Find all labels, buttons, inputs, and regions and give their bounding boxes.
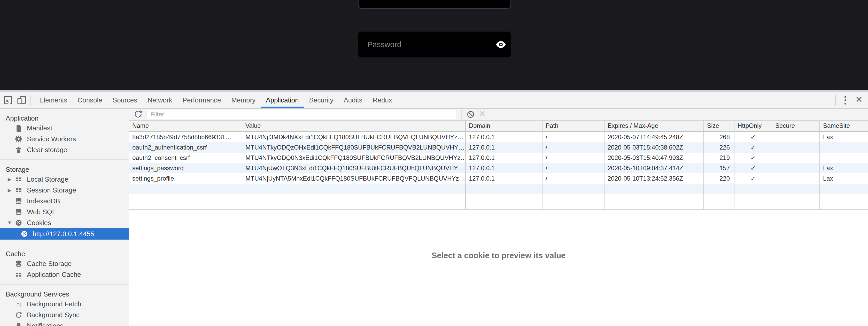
column-header-path[interactable]: Path (542, 120, 604, 131)
column-header-samesite[interactable]: SameSite (820, 120, 868, 131)
cookie-path: / (542, 163, 604, 173)
kebab-menu-icon[interactable] (839, 96, 852, 105)
table-icon (14, 271, 23, 278)
section-title: Background Services (0, 288, 129, 299)
disclosure-expanded-icon[interactable]: ▼ (5, 220, 14, 226)
sidebar-item-service-workers[interactable]: Service Workers (0, 134, 129, 144)
block-icon (467, 110, 475, 118)
sidebar-item-cache-storage[interactable]: Cache Storage (0, 258, 129, 269)
sidebar-section-application: Application Manifest (0, 109, 129, 160)
filter-input[interactable] (147, 110, 456, 119)
table-empty-area (129, 194, 868, 210)
sidebar-item-label: http://127.0.0.1:4455 (33, 230, 94, 238)
sidebar-item-label: Background Sync (27, 311, 80, 319)
tab-memory[interactable]: Memory (226, 92, 261, 108)
cookie-name: oauth2_authentication_csrf (129, 142, 242, 153)
toolbar-divider (461, 110, 462, 119)
show-password-button[interactable] (491, 40, 511, 48)
device-toolbar-button[interactable] (16, 94, 28, 106)
section-title: Cache (0, 248, 129, 258)
cookie-path: / (542, 173, 604, 184)
sidebar-item-manifest[interactable]: Manifest (0, 123, 129, 134)
bell-icon (14, 322, 23, 326)
sidebar-section-storage: Storage ▶ Local Storage ▶ (0, 160, 129, 244)
cookie-httponly: ✓ (735, 163, 772, 173)
cookie-value: MTU4NjUyNTA5MnxEdi1CQkFFQ180SUFBUkFCRUFB… (242, 173, 466, 184)
clear-all-cookies-button[interactable] (467, 110, 475, 118)
cookie-row[interactable]: oauth2_consent_csrf MTU4NTkyODQ0N3xEdi1C… (129, 153, 868, 163)
sidebar-item-cookie-origin-selected[interactable]: http://127.0.0.1:4455 (0, 228, 129, 240)
sidebar-item-label: Cache Storage (27, 260, 71, 268)
disclosure-collapsed-icon[interactable]: ▶ (5, 187, 14, 193)
tab-redux[interactable]: Redux (368, 92, 397, 108)
username-field-partial[interactable] (358, 0, 511, 9)
column-header-secure[interactable]: Secure (772, 120, 820, 131)
password-input[interactable] (358, 40, 491, 49)
refresh-button[interactable] (134, 110, 143, 119)
sidebar-item-local-storage[interactable]: ▶ Local Storage (0, 174, 129, 185)
cookie-table-header: Name Value Domain Path Expires / Max-Age… (129, 120, 868, 132)
password-field[interactable] (358, 32, 511, 57)
column-header-size[interactable]: Size (704, 120, 735, 131)
cookie-value: MTU4NTkyODQ0N3xEdi1CQkFFQ180SUFBUkFCRUFB… (242, 153, 466, 163)
column-header-domain[interactable]: Domain (466, 120, 542, 131)
database-icon (14, 197, 23, 205)
cookie-path: / (542, 153, 604, 163)
tab-audits[interactable]: Audits (338, 92, 367, 108)
tab-application[interactable]: Application (261, 92, 304, 108)
cookie-secure (772, 163, 820, 173)
cookie-expires: 2020-05-03T15:40:47.903Z (604, 153, 704, 163)
cookie-samesite: Lax (820, 163, 868, 173)
sidebar-item-background-sync[interactable]: Background Sync (0, 309, 129, 320)
column-header-expires[interactable]: Expires / Max-Age (604, 120, 704, 131)
cookie-samesite (820, 153, 868, 163)
sidebar-item-background-fetch[interactable]: ↑↓ Background Fetch (0, 299, 129, 309)
cookie-size: 220 (704, 173, 735, 184)
sidebar-section-cache: Cache Cache Storage (0, 244, 129, 284)
close-icon[interactable]: × (852, 94, 868, 107)
cookie-row-empty[interactable] (129, 184, 868, 194)
cookie-size: 219 (704, 153, 735, 163)
cookie-row[interactable]: settings_password MTU4NjUwOTQ3N3xEdi1CQk… (129, 163, 868, 173)
tab-elements[interactable]: Elements (34, 92, 72, 108)
sidebar-item-label: Web SQL (27, 208, 56, 216)
fetch-arrows-icon: ↑↓ (14, 300, 23, 308)
cookie-expires: 2020-05-03T15:40:38.602Z (604, 142, 704, 153)
refresh-icon (134, 110, 143, 119)
table-icon (14, 176, 23, 183)
tab-performance[interactable]: Performance (178, 92, 226, 108)
devtools-panel: Elements Console Sources Network Perform… (0, 90, 868, 326)
sidebar-item-cookies[interactable]: ▼ Cookies (0, 217, 129, 228)
column-header-name[interactable]: Name (129, 120, 242, 131)
cookie-row[interactable]: 8a3d27185b49d7758d8bb669331… MTU4NjI3MDk… (129, 132, 868, 142)
inspect-element-button[interactable] (2, 94, 14, 106)
cookie-row[interactable]: oauth2_authentication_csrf MTU4NTkyODQzO… (129, 142, 868, 153)
sidebar-item-session-storage[interactable]: ▶ Session Storage (0, 185, 129, 196)
tab-network[interactable]: Network (142, 92, 177, 108)
cookie-preview-pane: Select a cookie to preview its value (129, 210, 868, 326)
disclosure-collapsed-icon[interactable]: ▶ (5, 176, 14, 182)
tab-console[interactable]: Console (72, 92, 107, 108)
clear-x-icon[interactable]: × (477, 108, 487, 120)
section-title: Storage (0, 164, 129, 174)
tab-security[interactable]: Security (304, 92, 339, 108)
sidebar-item-indexeddb[interactable]: IndexedDB (0, 196, 129, 207)
cookie-httponly: ✓ (735, 153, 772, 163)
column-header-value[interactable]: Value (242, 120, 466, 131)
cookie-row[interactable]: settings_profile MTU4NjUyNTA5MnxEdi1CQkF… (129, 173, 868, 184)
sidebar-item-application-cache[interactable]: Application Cache (0, 269, 129, 280)
sidebar-item-label: Notifications (27, 322, 64, 326)
sidebar-item-web-sql[interactable]: Web SQL (0, 207, 129, 217)
cookie-name: 8a3d27185b49d7758d8bb669331… (129, 132, 242, 142)
cookies-toolbar: × (129, 109, 868, 120)
sidebar-item-notifications[interactable]: Notifications (0, 320, 129, 326)
sidebar-item-clear-storage[interactable]: Clear storage (0, 144, 129, 155)
cookie-expires: 2020-05-07T14:49:45.248Z (604, 132, 704, 142)
cookie-domain: 127.0.0.1 (466, 132, 542, 142)
column-header-httponly[interactable]: HttpOnly (735, 120, 772, 131)
sidebar-item-label: IndexedDB (27, 197, 60, 205)
tab-sources[interactable]: Sources (107, 92, 142, 108)
sidebar-item-label: Application Cache (27, 271, 81, 279)
cookies-panel: × Name Value Domain Path Expires / Max-A… (129, 109, 868, 326)
database-icon (14, 208, 23, 216)
